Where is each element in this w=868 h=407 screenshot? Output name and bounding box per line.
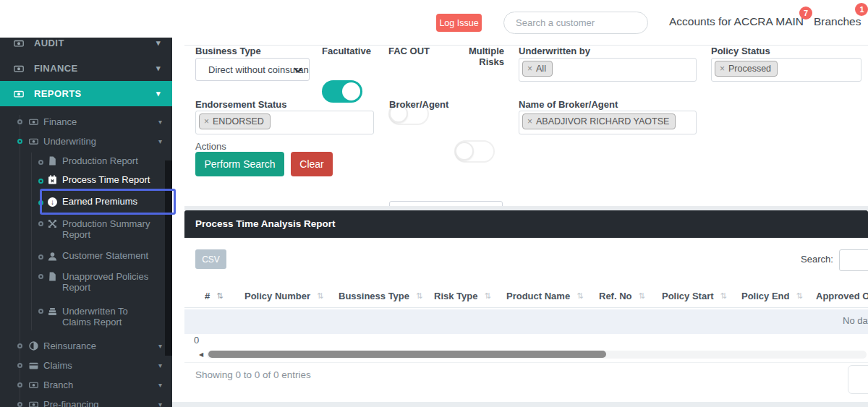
sidebar-item-earned-premiums[interactable]: ↓ Earned Premiums [0, 189, 172, 214]
caret-down-icon: ▾ [158, 118, 162, 126]
column-header-ref-no[interactable]: Ref. No⇅ [593, 291, 656, 301]
money-icon [13, 64, 25, 74]
sidebar-item-unapproved-policies-report[interactable]: Unapproved Policies Report [0, 267, 172, 297]
branches-badge: 1 [855, 3, 868, 16]
horizontal-scrollbar[interactable] [207, 351, 867, 359]
divider [184, 362, 868, 363]
column-header-product-name[interactable]: Product Name⇅ [501, 291, 593, 301]
report-title-bar: Process Time Analysis Report [184, 210, 868, 238]
scroll-left-arrow-icon[interactable]: ◀ [199, 351, 203, 358]
tag-chip: ×All [522, 61, 553, 77]
remove-tag-icon[interactable]: × [527, 64, 532, 74]
sidebar-item-reports[interactable]: REPORTS ▾ [0, 81, 172, 106]
sort-icon: ⇅ [317, 291, 323, 301]
remove-tag-icon[interactable]: × [527, 116, 532, 127]
tag-chip: ×Processed [715, 61, 778, 77]
column-header-business-type[interactable]: Bussiness Type⇅ [333, 291, 428, 301]
sidebar-item-label: Underwriting [43, 136, 96, 147]
remove-tag-icon[interactable]: × [720, 64, 725, 74]
table-search-input[interactable] [839, 249, 868, 271]
column-header-policy-end[interactable]: Policy End⇅ [736, 291, 810, 301]
facultative-toggle[interactable] [322, 80, 362, 103]
calendar-icon [48, 175, 57, 184]
sidebar-item-underwriting[interactable]: Underwriting ▾ [0, 132, 172, 151]
sidebar: AUDIT ▾ FINANCE ▾ REPORTS ▾ Finance ▾ [0, 0, 172, 407]
sidebar-item-label: FINANCE [34, 63, 78, 74]
entries-summary: Showing 0 to 0 of 0 entries [195, 369, 311, 380]
column-header-index[interactable]: #⇅ [184, 291, 239, 301]
sidebar-item-label: Customer Statement [62, 250, 155, 261]
column-header-approved-on[interactable]: Approved On⇅ [810, 291, 868, 301]
caret-down-icon: ▾ [156, 89, 161, 98]
sidebar-item-reinsurance[interactable]: Reinsurance ▾ [0, 336, 172, 356]
toggle-knob [455, 142, 474, 160]
endorsement-status-input[interactable]: ×ENDORSED [195, 111, 374, 134]
sidebar-item-label: Process Time Report [62, 174, 155, 185]
half-circle-icon [29, 341, 38, 351]
branches-label: Branches [814, 15, 861, 27]
sort-icon: ⇅ [720, 291, 727, 301]
sidebar-item-customer-statement[interactable]: Customer Statement [0, 244, 172, 267]
sidebar-item-pre-financing[interactable]: Pre-financing ▾ [0, 395, 172, 407]
sidebar-item-label: Earned Premiums [62, 196, 155, 207]
sidebar-item-claims[interactable]: Claims ▾ [0, 356, 172, 375]
customer-search-input[interactable] [503, 12, 648, 34]
sidebar-item-process-time-report[interactable]: Process Time Report [0, 170, 172, 189]
sidebar-item-production-summary-report[interactable]: Production Summary Report [0, 214, 172, 244]
table-empty-message: No data available in table [843, 315, 868, 326]
csv-export-button[interactable]: CSV [195, 249, 226, 269]
sort-icon: ⇅ [416, 291, 422, 301]
fac-out-label: FAC OUT [388, 46, 430, 56]
main-content: Business Type Direct without coinsurance… [172, 0, 868, 407]
perform-search-button[interactable]: Perform Search [195, 152, 284, 176]
business-type-select[interactable]: Direct without coinsurance [195, 58, 310, 81]
money-icon [29, 117, 38, 127]
bullet-icon [17, 119, 22, 124]
bullet-icon [17, 382, 22, 387]
toggle-knob [342, 82, 360, 100]
underwritten-by-input[interactable]: ×All [519, 58, 697, 82]
sidebar-item-underwritten-to-claims-report[interactable]: Underwritten To Claims Report [0, 301, 172, 332]
table-header-row: #⇅ Policy Number⇅ Bussiness Type⇅ Risk T… [184, 284, 868, 308]
tag-chip: ×ABADJIVOR RICHARD YAOTSE [522, 113, 676, 129]
column-header-policy-start[interactable]: Policy Start⇅ [656, 291, 736, 301]
caret-down-icon: ▾ [156, 38, 161, 48]
name-of-broker-agent-input[interactable]: ×ABADJIVOR RICHARD YAOTSE [519, 111, 697, 134]
arrows-icon [48, 219, 57, 228]
remove-tag-icon[interactable]: × [204, 116, 209, 127]
policy-status-input[interactable]: ×Processed [711, 58, 861, 82]
sidebar-item-branch[interactable]: Branch ▾ [0, 375, 172, 395]
page-footer-strip [172, 402, 868, 407]
clear-button[interactable]: Clear [291, 152, 333, 176]
user-icon [48, 252, 57, 261]
multiple-risks-toggle[interactable] [454, 140, 495, 163]
pagination-button[interactable] [848, 365, 868, 394]
sidebar-item-label: Production Summary Report [62, 218, 155, 240]
column-header-policy-number[interactable]: Policy Number⇅ [239, 291, 333, 301]
sidebar-scrollbar-thumb[interactable] [165, 160, 172, 356]
file-icon [48, 156, 57, 166]
sort-icon: ⇅ [796, 291, 802, 301]
accounts-link[interactable]: Accounts for ACCRA MAIN 7 [669, 15, 804, 28]
sidebar-item-reports-finance[interactable]: Finance ▾ [0, 112, 172, 132]
column-header-risk-type[interactable]: Risk Type⇅ [428, 291, 501, 301]
branches-link[interactable]: Branches 1 [814, 15, 861, 28]
tag-label: ENDORSED [213, 116, 264, 127]
sort-icon: ⇅ [216, 291, 223, 301]
facultative-label: Facultative [322, 46, 371, 56]
sidebar-item-label: AUDIT [34, 38, 64, 48]
circle-down-arrow-icon: ↓ [48, 197, 57, 207]
endorsement-status-label: Endorsement Status [195, 99, 286, 110]
sidebar-item-finance[interactable]: FINANCE ▾ [0, 56, 172, 81]
broker-agent-label: Broker/Agent [389, 99, 448, 110]
bullet-icon [38, 160, 43, 165]
money-icon [13, 38, 25, 48]
horizontal-scrollbar-thumb[interactable] [208, 351, 606, 358]
file-icon [48, 272, 57, 281]
log-issue-button[interactable]: Log Issue [436, 14, 482, 32]
sidebar-item-production-report[interactable]: Production Report [0, 151, 172, 170]
actions-label: Actions [195, 141, 226, 152]
bullet-icon [17, 139, 22, 144]
sort-icon: ⇅ [484, 291, 490, 301]
sidebar-item-label: Reinsurance [43, 340, 96, 351]
